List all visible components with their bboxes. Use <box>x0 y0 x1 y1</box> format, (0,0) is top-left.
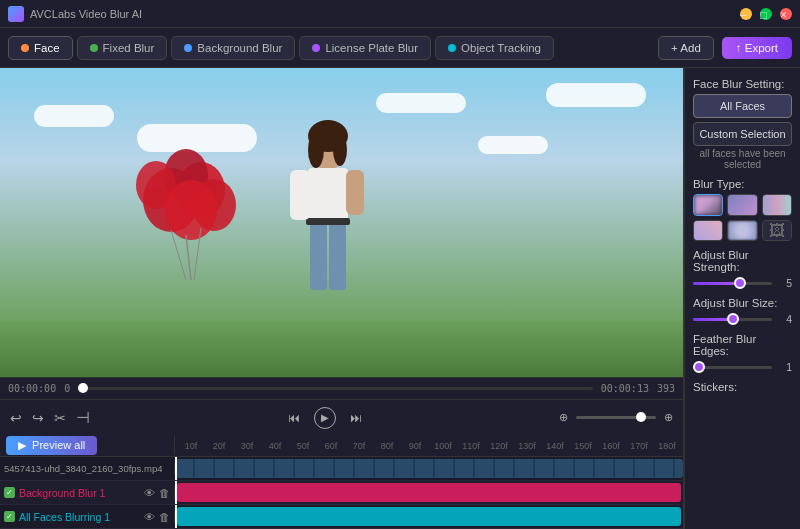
ruler-mark: 160f <box>597 441 625 451</box>
blur-preview-3 <box>763 195 791 215</box>
blur-preview-2 <box>728 195 756 215</box>
tab-face-label: Face <box>34 42 60 54</box>
blur-type-2[interactable] <box>727 194 757 216</box>
feather-blur-row: 1 <box>693 361 792 373</box>
next-button[interactable]: ⏭ <box>350 412 362 424</box>
undo-button[interactable]: ↩ <box>10 411 22 425</box>
feather-blur-title: Feather Blur Edges: <box>693 333 792 357</box>
time-start: 00:00:00 <box>8 383 56 394</box>
tab-fixed-blur[interactable]: Fixed Blur <box>77 36 168 60</box>
blur-type-1[interactable] <box>693 194 723 216</box>
zoom-slider[interactable] <box>576 416 656 419</box>
preview-all-button[interactable]: ▶ Preview all <box>6 436 97 455</box>
ruler-mark: 70f <box>345 441 373 451</box>
zoom-icon: ⊕ <box>559 412 568 423</box>
ruler-mark: 60f <box>317 441 345 451</box>
cut-button[interactable]: ✂ <box>54 411 66 425</box>
ruler-mark: 80f <box>373 441 401 451</box>
ruler-mark: 150f <box>569 441 597 451</box>
blur-strength-thumb[interactable] <box>734 277 746 289</box>
prev-button[interactable]: ⏮ <box>288 412 300 424</box>
ruler-mark: 110f <box>457 441 485 451</box>
tab-object-tracking[interactable]: Object Tracking <box>435 36 554 60</box>
tabbar: Face Fixed Blur Background Blur License … <box>0 28 800 68</box>
tab-background-blur[interactable]: Background Blur <box>171 36 295 60</box>
video-file-info: 5457413-uhd_3840_2160_30fps.mp4 <box>0 463 175 474</box>
cloud-decoration <box>546 83 646 107</box>
playhead-bg[interactable] <box>175 481 177 504</box>
video-frame <box>0 68 683 377</box>
export-button[interactable]: ↑ Export <box>722 37 792 59</box>
track-delete-icon[interactable]: 🗑 <box>159 487 170 499</box>
stickers-title: Stickers: <box>693 381 792 393</box>
feather-blur-track[interactable] <box>693 366 772 369</box>
tab-face[interactable]: Face <box>8 36 73 60</box>
blur-type-3[interactable] <box>762 194 792 216</box>
left-panel: 00:00:00 0 00:00:13 393 ↩ ↪ ✂ ⊣ ⏮ ▶ ⏭ ⊕ <box>0 68 684 529</box>
track-bg-blur-icons: 👁 🗑 <box>144 487 170 499</box>
tab-license-dot <box>312 44 320 52</box>
blur-strength-track[interactable] <box>693 282 772 285</box>
cloud-decoration <box>478 136 548 154</box>
ctrl-left: ↩ ↪ ✂ ⊣ <box>10 410 90 426</box>
app-logo <box>8 6 24 22</box>
titlebar-controls: – □ × <box>740 8 792 20</box>
all-faces-button[interactable]: All Faces <box>693 94 792 118</box>
split-button[interactable]: ⊣ <box>76 410 90 426</box>
add-button[interactable]: + Add <box>658 36 714 60</box>
ruler-mark: 120f <box>485 441 513 451</box>
svg-point-15 <box>165 180 217 240</box>
track-delete-icon[interactable]: 🗑 <box>159 511 170 523</box>
track-visibility-icon[interactable]: 👁 <box>144 511 155 523</box>
timeline-ruler: 10f 20f 30f 40f 50f 60f 70f 80f 90f 100f… <box>175 435 683 457</box>
track-visibility-icon[interactable]: 👁 <box>144 487 155 499</box>
custom-selection-button[interactable]: Custom Selection <box>693 122 792 146</box>
tab-fixed-blur-dot <box>90 44 98 52</box>
timeline-bar: 00:00:00 0 00:00:13 393 <box>0 377 683 399</box>
track-all-faces-checkbox[interactable]: ✓ <box>4 511 15 522</box>
track-all-faces: ✓ All Faces Blurring 1 👁 🗑 <box>0 505 683 529</box>
ruler-mark: 170f <box>625 441 653 451</box>
timeline-thumb[interactable] <box>78 383 88 393</box>
main-layout: 00:00:00 0 00:00:13 393 ↩ ↪ ✂ ⊣ ⏮ ▶ ⏭ ⊕ <box>0 68 800 529</box>
playhead-af[interactable] <box>175 505 177 528</box>
minimize-button[interactable]: – <box>740 8 752 20</box>
balloons <box>136 140 246 300</box>
blur-strength-row: 5 <box>693 277 792 289</box>
time-end: 00:00:13 <box>601 383 649 394</box>
blur-type-5[interactable] <box>727 220 757 242</box>
blur-type-grid: 🖼 <box>693 194 792 241</box>
track-bg-blur-info: ✓ Background Blur 1 👁 🗑 <box>0 487 175 499</box>
play-button[interactable]: ▶ <box>314 407 336 429</box>
video-file-row: 5457413-uhd_3840_2160_30fps.mp4 <box>0 457 683 481</box>
track-all-faces-icons: 👁 🗑 <box>144 511 170 523</box>
maximize-button[interactable]: □ <box>760 8 772 20</box>
ruler-mark: 30f <box>233 441 261 451</box>
svg-rect-8 <box>290 170 310 220</box>
tab-object-dot <box>448 44 456 52</box>
tab-object-label: Object Tracking <box>461 42 541 54</box>
blur-size-thumb[interactable] <box>727 313 739 325</box>
zoom-in-icon: ⊕ <box>664 412 673 423</box>
grass-field <box>0 321 683 377</box>
track-bg-blur-checkbox[interactable]: ✓ <box>4 487 15 498</box>
timeline-progress[interactable] <box>78 387 593 390</box>
blur-preview-4 <box>694 221 722 241</box>
playhead[interactable] <box>175 457 177 480</box>
close-button[interactable]: × <box>780 8 792 20</box>
blur-type-section: Blur Type: 🖼 <box>693 178 792 241</box>
blur-size-track[interactable] <box>693 318 772 321</box>
titlebar: AVCLabs Video Blur AI – □ × <box>0 0 800 28</box>
blur-strength-section: Adjust Blur Strength: 5 <box>693 249 792 289</box>
zoom-thumb[interactable] <box>636 412 646 422</box>
redo-button[interactable]: ↪ <box>32 411 44 425</box>
svg-rect-7 <box>306 218 350 225</box>
tab-license-plate[interactable]: License Plate Blur <box>299 36 431 60</box>
blur-size-row: 4 <box>693 313 792 325</box>
blur-type-custom[interactable]: 🖼 <box>762 220 792 242</box>
feather-blur-thumb[interactable] <box>693 361 705 373</box>
ruler-mark: 50f <box>289 441 317 451</box>
track-all-faces-info: ✓ All Faces Blurring 1 👁 🗑 <box>0 511 175 523</box>
blur-type-4[interactable] <box>693 220 723 242</box>
preview-area: ▶ Preview all <box>0 436 175 455</box>
